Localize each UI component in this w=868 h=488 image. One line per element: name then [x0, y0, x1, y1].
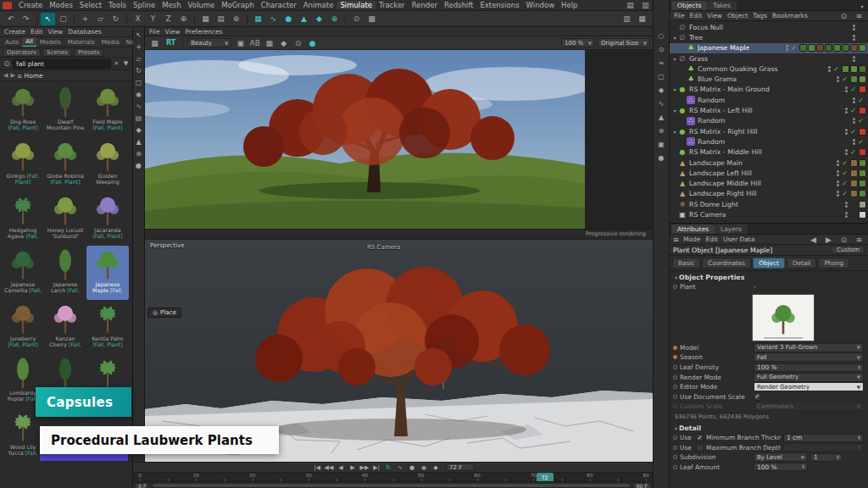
asset-tile-globe-robinia[interactable]: Globe Robinia [Fall, Plant] — [44, 137, 86, 191]
enable-toggle[interactable]: ✓ — [832, 65, 840, 73]
enable-toggle[interactable]: ✓ — [841, 159, 849, 167]
menu-view[interactable]: View — [45, 28, 65, 36]
material-tag[interactable] — [816, 44, 824, 52]
play-forward-icon[interactable]: ▶ — [347, 463, 359, 472]
redo-icon[interactable]: ↷ — [19, 13, 33, 25]
bucket-render-icon[interactable]: ◆ — [276, 36, 291, 49]
menu-tracker[interactable]: Tracker — [376, 1, 409, 9]
enable-toggle[interactable]: ✓ — [841, 75, 849, 83]
asset-tile-field-maple[interactable]: Field Maple [Fall, Plant] — [86, 83, 129, 137]
visibility-dots[interactable] — [837, 180, 839, 186]
keyframe-dot[interactable] — [673, 346, 677, 350]
points-mode-icon[interactable]: ◆ — [134, 125, 144, 135]
asset-filter-scenes[interactable]: Scenes — [42, 48, 72, 57]
use-document-scale-checkbox[interactable]: ✓ — [754, 393, 761, 401]
history-forward-icon[interactable]: ▶ — [821, 233, 836, 246]
region-render-icon[interactable]: ▦ — [262, 36, 276, 49]
menu-create[interactable]: Create — [2, 28, 28, 36]
attr-tab-coordinates[interactable]: Coordinates — [702, 258, 751, 269]
rotate-widget-icon[interactable]: ↻ — [134, 65, 144, 75]
range-end-field[interactable]: 90 F — [633, 483, 651, 488]
menu-animate[interactable]: Animate — [300, 1, 337, 9]
go-to-end-icon[interactable]: ▶| — [370, 463, 382, 472]
object-row-landscape-main[interactable]: ▲Landscape Main✓ — [670, 158, 868, 168]
rotate-tool-icon[interactable]: ↻ — [108, 13, 123, 25]
enable-toggle[interactable]: ✓ — [857, 97, 865, 104]
visibility-dots[interactable] — [786, 45, 788, 51]
layers-view-icon[interactable]: ▤ — [134, 113, 144, 123]
rigid-body-icon[interactable]: ◆ — [312, 13, 326, 25]
visibility-dots[interactable] — [853, 139, 855, 145]
workplane-icon[interactable]: ≡ — [656, 58, 666, 68]
object-row-rs-matrix-middle-hill[interactable]: ●RS Matrix - Middle Hill✓ — [670, 147, 868, 158]
live-update-icon[interactable]: ● — [305, 36, 320, 49]
material-tag[interactable] — [833, 44, 841, 52]
menu-file[interactable]: File — [147, 28, 163, 36]
add-object-icon[interactable]: + — [134, 42, 144, 52]
visibility-dots[interactable] — [845, 108, 848, 114]
lock-icon[interactable]: ≡ — [852, 233, 866, 246]
attr-tab-object[interactable]: Object — [753, 258, 785, 269]
asset-tile-jacaranda[interactable]: Jacaranda [Fall, Plant] — [86, 191, 129, 246]
enable-toggle[interactable]: ✓ — [841, 180, 849, 187]
attr-mode-icon[interactable]: ≡ — [671, 236, 681, 244]
menu-volume[interactable]: Volume — [185, 1, 219, 9]
layout-toggle-b-icon[interactable]: ▦ — [635, 13, 649, 25]
render-to-picture-viewer-icon[interactable]: ▤ — [214, 13, 228, 25]
object-row-tree[interactable]: ▾∅Tree — [670, 32, 868, 42]
keyframe-dot[interactable] — [673, 355, 677, 359]
menu-extensions[interactable]: Extensions — [476, 1, 522, 9]
snapshot-icon[interactable]: ▣ — [233, 36, 248, 49]
attr-tab-basic[interactable]: Basic — [672, 258, 700, 269]
min-branch-use-checkbox[interactable]: ✓ — [696, 434, 704, 441]
menu-character[interactable]: Character — [258, 1, 300, 9]
keyframe-dot[interactable] — [673, 385, 677, 389]
capture-icon[interactable]: ● — [656, 152, 666, 163]
box-mode-icon[interactable]: ▢ — [134, 77, 144, 87]
filter-icon[interactable]: ▼ — [122, 58, 130, 70]
subdivision-dropdown[interactable]: By Level▼ — [754, 452, 808, 462]
visibility-dots[interactable] — [853, 35, 855, 41]
menu-edit[interactable]: Edit — [703, 236, 721, 243]
editor-mode-dropdown[interactable]: Render Geometry▼ — [754, 382, 864, 391]
menu-view[interactable]: View — [163, 28, 183, 36]
render-settings-icon[interactable]: ⊛ — [229, 13, 243, 25]
material-tag[interactable] — [859, 201, 866, 208]
material-tag[interactable] — [859, 75, 866, 83]
object-row-blue-grama[interactable]: ♣Blue Grama✓ — [670, 74, 868, 84]
simulation-scene-icon[interactable]: ⊕ — [327, 13, 342, 25]
expand-arrow-icon[interactable]: ▾ — [671, 86, 678, 92]
panel-tab-objects[interactable]: Objects — [671, 1, 707, 10]
menu-tags[interactable]: Tags — [750, 12, 770, 19]
balloon-sim-icon[interactable]: ● — [281, 13, 296, 25]
enable-toggle[interactable]: ✓ — [849, 128, 857, 136]
material-tag[interactable] — [850, 159, 858, 167]
asset-tile-kanzan-cherry[interactable]: Kanzan Cherry [Fall, Plant] — [44, 300, 86, 354]
menu-user-data[interactable]: User Data — [721, 236, 757, 243]
expand-arrow-icon[interactable]: ▾ — [671, 35, 678, 41]
object-row-rs-camera[interactable]: ▣RS Camera — [670, 209, 868, 219]
menu-redshift[interactable]: Redshift — [441, 1, 477, 9]
asset-tile-ginkgo[interactable]: Ginkgo [Fall, Plant] — [2, 137, 44, 191]
keyframe-selection-icon[interactable]: ◆ — [430, 463, 442, 472]
visibility-dots[interactable] — [845, 86, 848, 92]
camera-label[interactable]: RS Camera — [367, 244, 400, 251]
sound-toggle-icon[interactable]: ∿ — [394, 463, 406, 472]
attr-tab-phong[interactable]: Phong — [818, 258, 849, 269]
search-input[interactable] — [13, 59, 111, 69]
range-scrollbar[interactable] — [151, 483, 631, 488]
leaf-amount-field[interactable]: 100 %▲▼ — [754, 463, 808, 471]
object-row-landscape-middle-hill[interactable]: ▲Landscape Middle Hill✓ — [670, 178, 868, 188]
material-tag[interactable] — [842, 65, 849, 73]
record-keyframe-icon[interactable]: ● — [406, 463, 418, 472]
loop-mode-icon[interactable]: ↻ — [382, 463, 394, 472]
visibility-dots[interactable] — [853, 97, 855, 103]
axis-x-lock-icon[interactable]: X — [131, 13, 145, 25]
menu-render[interactable]: Render — [409, 1, 441, 9]
gizmo-toggle-icon[interactable]: ◆ — [656, 85, 666, 95]
polygons-mode-icon[interactable]: ▲ — [134, 136, 144, 147]
menu-preferences[interactable]: Preferences — [182, 28, 225, 36]
material-tag[interactable] — [850, 190, 858, 197]
expand-arrow-icon[interactable]: ▾ — [671, 108, 678, 114]
menu-modes[interactable]: Modes — [46, 1, 76, 9]
